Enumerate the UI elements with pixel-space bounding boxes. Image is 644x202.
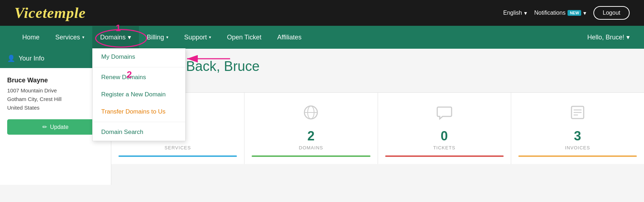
invoices-label: INVOICES — [518, 145, 637, 150]
notifications-button[interactable]: Notifications NEW ▾ — [534, 10, 586, 16]
hello-user-label: Hello, Bruce! — [587, 34, 624, 41]
domains-icon — [252, 104, 370, 125]
billing-chevron-icon: ▾ — [166, 35, 168, 40]
nav-item-affiliates[interactable]: Affiliates — [269, 27, 309, 48]
top-header: Vicetemple English ▾ Notifications NEW ▾… — [0, 0, 644, 26]
language-chevron-icon: ▾ — [524, 10, 527, 16]
domains-chevron-icon: ▾ — [128, 33, 131, 41]
nav-services-label: Services — [55, 34, 80, 41]
services-bar — [118, 155, 237, 157]
your-info-label: Your Info — [19, 55, 44, 62]
address-line1: 1007 Mountain Drive — [7, 87, 57, 93]
address-line3: United States — [7, 105, 39, 111]
user-address: 1007 Mountain Drive Gotham City, Crest H… — [7, 86, 104, 112]
invoices-bar — [518, 155, 637, 157]
welcome-section: Welcome Back, Bruce Client Area — [111, 49, 644, 85]
nav-item-open-ticket[interactable]: Open Ticket — [219, 27, 269, 48]
nav-item-services[interactable]: Services ▾ — [47, 27, 92, 48]
welcome-title: Welcome Back, Bruce — [126, 59, 630, 74]
notifications-label: Notifications — [534, 10, 565, 16]
nav-support-label: Support — [184, 34, 207, 41]
breadcrumb: Client Area — [126, 76, 630, 82]
invoices-icon — [518, 104, 637, 125]
user-name: Bruce Wayne — [7, 77, 104, 84]
notifications-chevron-icon: ▾ — [583, 10, 586, 16]
nav-item-billing[interactable]: Billing ▾ — [139, 27, 176, 48]
tickets-bar — [385, 155, 504, 157]
tickets-icon — [385, 104, 504, 125]
support-chevron-icon: ▾ — [209, 35, 211, 40]
domains-bar — [252, 155, 370, 157]
dropdown-item-transfer-domains[interactable]: Transfer Domains to Us — [93, 103, 185, 120]
nav-items: Home Services ▾ 1 Domains ▾ 2 — [14, 26, 630, 48]
dropdown-item-register-domain[interactable]: Register a New Domain — [93, 86, 185, 103]
language-label: English — [503, 10, 522, 16]
domains-number: 2 — [252, 129, 370, 144]
stat-card-tickets: 0 TICKETS — [378, 93, 511, 164]
stat-card-invoices: 3 INVOICES — [511, 93, 644, 164]
dropdown-item-renew-domains[interactable]: Renew Domains — [93, 69, 185, 86]
domains-dropdown-menu: 2 My Domains Renew Domains Regi — [92, 48, 186, 141]
language-button[interactable]: English ▾ — [503, 10, 527, 16]
update-label: Update — [50, 124, 69, 130]
content-area: Welcome Back, Bruce Client Area 1 SERVIC… — [111, 49, 644, 185]
nav-item-support[interactable]: Support ▾ — [176, 27, 219, 48]
your-info-icon: 👤 — [7, 54, 15, 62]
update-button[interactable]: ✏ Update — [7, 119, 104, 135]
stat-card-domains: 2 DOMAINS — [244, 93, 378, 164]
nav-affiliates-label: Affiliates — [277, 34, 302, 41]
nav-home-label: Home — [22, 34, 39, 41]
services-chevron-icon: ▾ — [82, 35, 84, 40]
stats-row: 1 SERVICES 2 DOMAINS 0 TICKETS 3 INVOICE… — [111, 92, 644, 164]
top-right-controls: English ▾ Notifications NEW ▾ Logout — [503, 6, 630, 20]
logo: Vicetemple — [14, 4, 86, 21]
dropdown-item-my-domains[interactable]: My Domains — [93, 48, 185, 66]
tickets-number: 0 — [385, 129, 504, 144]
nav-open-ticket-label: Open Ticket — [227, 34, 261, 41]
domains-label: DOMAINS — [252, 145, 370, 150]
nav-domains-label: Domains — [100, 34, 126, 41]
nav-bar: Home Services ▾ 1 Domains ▾ 2 — [0, 26, 644, 49]
notifications-new-badge: NEW — [568, 10, 581, 16]
services-label: SERVICES — [118, 145, 237, 150]
address-line2: Gotham City, Crest Hill — [7, 96, 61, 102]
domains-wrapper: 1 Domains ▾ 2 — [92, 26, 139, 48]
invoices-number: 3 — [518, 129, 637, 144]
dropdown-divider-1 — [93, 67, 185, 67]
nav-billing-label: Billing — [147, 34, 164, 41]
hello-user-chevron-icon: ▾ — [626, 33, 630, 41]
update-icon: ✏ — [42, 124, 47, 130]
nav-item-home[interactable]: Home — [14, 27, 47, 48]
logout-button[interactable]: Logout — [593, 6, 630, 20]
dropdown-item-domain-search[interactable]: Domain Search — [93, 124, 185, 141]
nav-item-domains[interactable]: Domains ▾ — [92, 26, 139, 48]
tickets-label: TICKETS — [385, 145, 504, 150]
hello-user-button[interactable]: Hello, Bruce! ▾ — [587, 33, 630, 41]
dropdown-divider-2 — [93, 122, 185, 122]
